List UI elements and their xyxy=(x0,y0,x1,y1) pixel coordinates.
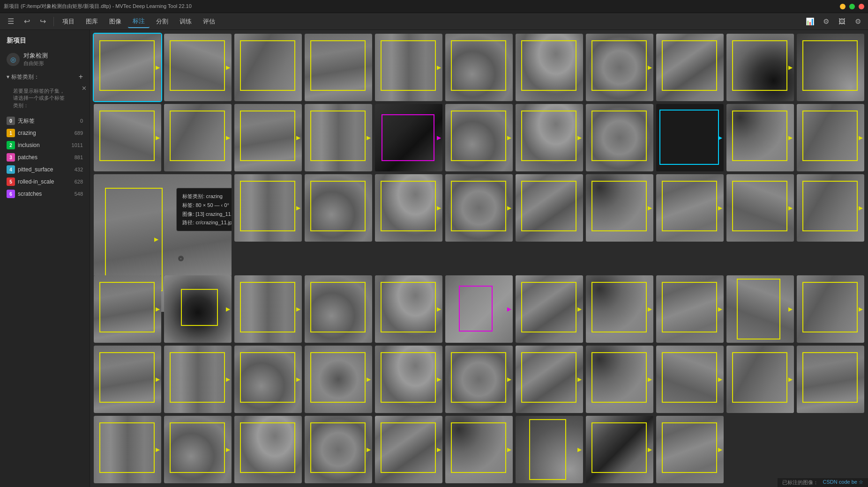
grid-cell-20[interactable]: ▶ xyxy=(726,104,794,171)
grid-cell-42[interactable]: ▶ xyxy=(797,275,864,343)
label-item-1[interactable]: 1 crazing 689 xyxy=(2,127,88,139)
grid-cell-7[interactable]: ▶ xyxy=(586,34,653,101)
sidebar-collapse-dot[interactable]: · xyxy=(178,256,184,261)
grid-cell-62[interactable]: ▶ xyxy=(656,416,724,483)
grid-cell-44[interactable]: ▶ xyxy=(164,346,232,413)
grid-cell-6[interactable] xyxy=(516,34,583,101)
label-section-header[interactable]: ▾ 标签类别： + xyxy=(0,70,90,84)
grid-cell-55[interactable]: ▶ xyxy=(164,416,232,483)
grid-cell-27[interactable] xyxy=(516,174,583,242)
menu-annotate[interactable]: 标注 xyxy=(128,15,150,28)
menu-image[interactable]: 图像 xyxy=(105,15,126,28)
menu-evaluate[interactable]: 评估 xyxy=(198,15,220,28)
grid-cell-41[interactable]: ▶ xyxy=(726,275,794,343)
grid-cell-1[interactable]: ▶ xyxy=(164,34,232,101)
label-item-5[interactable]: 5 rolled-in_scale 628 xyxy=(2,176,88,187)
grid-cell-37[interactable]: ▶ xyxy=(445,275,513,343)
grid-cell-3[interactable] xyxy=(305,34,372,101)
grid-cell-54[interactable]: ▶ xyxy=(94,416,161,483)
grid-cell-25[interactable]: ▶ xyxy=(375,174,442,242)
grid-cell-52[interactable]: ▶ xyxy=(726,346,794,413)
label-item-2[interactable]: 2 inclusion 1011 xyxy=(2,140,88,151)
grid-cell-56[interactable] xyxy=(234,416,302,483)
grid-cell-58[interactable]: ▶ xyxy=(375,416,442,483)
menu-project[interactable]: 项目 xyxy=(58,15,79,28)
grid-cell-16[interactable]: ▶ xyxy=(445,104,513,171)
redo-icon[interactable]: ↪ xyxy=(36,15,50,29)
grid-cell-39[interactable]: ▶ xyxy=(586,275,653,343)
grid-cell-23[interactable]: ▶ xyxy=(234,174,302,242)
label-item-3[interactable]: 3 patches 881 xyxy=(2,152,88,163)
grid-cell-53[interactable] xyxy=(797,346,864,413)
chart-icon[interactable]: 📊 xyxy=(803,15,816,28)
grid-cell-43[interactable]: ▶ xyxy=(94,346,161,413)
grid-cell-8[interactable] xyxy=(656,34,724,101)
filter-icon[interactable]: ⚙ xyxy=(819,15,832,28)
window-controls xyxy=(840,4,864,9)
minimize-button[interactable] xyxy=(840,4,846,9)
grid-cell-35[interactable] xyxy=(305,275,372,343)
label-helper-text: 若要显示标签的子集，请选择一个或多个标签类别： xyxy=(7,86,75,112)
grid-cell-2[interactable] xyxy=(234,34,302,101)
grid-cell-48[interactable]: ▶ xyxy=(445,346,513,413)
undo-icon[interactable]: ↩ xyxy=(20,15,34,29)
grid-cell-31[interactable]: ▶ xyxy=(797,174,864,242)
grid-cell-33[interactable]: ▶ xyxy=(164,275,232,343)
grid-cell-19[interactable]: ▶ xyxy=(656,104,724,171)
grid-cell-38[interactable]: ▶ xyxy=(516,275,583,343)
label-list: 0 无标签 0 1 crazing 689 2 inclusion 1011 3… xyxy=(0,115,90,200)
separator-1 xyxy=(53,17,54,26)
grid-cell-13[interactable]: ▶ xyxy=(234,104,302,171)
grid-cell-11[interactable]: ▶ xyxy=(94,104,161,171)
label-section-title: 标签类别： xyxy=(11,73,39,81)
label-count-4: 432 xyxy=(75,167,83,172)
grid-cell-45[interactable]: ▶ xyxy=(234,346,302,413)
grid-cell-57[interactable]: ▶ xyxy=(305,416,372,483)
menu-library[interactable]: 图库 xyxy=(81,15,103,28)
add-label-icon[interactable]: + xyxy=(79,73,83,81)
grid-cell-12[interactable]: ▶ xyxy=(164,104,232,171)
grid-cell-34[interactable]: ▶ xyxy=(234,275,302,343)
grid-cell-29[interactable]: ▶ xyxy=(656,174,724,242)
close-button[interactable] xyxy=(859,4,864,9)
grid-cell-51[interactable]: ▶ xyxy=(656,346,724,413)
grid-cell-28[interactable]: ▶ xyxy=(586,174,653,242)
grid-cell-40[interactable]: ▶ xyxy=(656,275,724,343)
grid-cell-59[interactable]: ▶ xyxy=(445,416,513,483)
grid-cell-4[interactable]: ▶ xyxy=(375,34,442,101)
grid-cell-17[interactable]: ▶ xyxy=(516,104,583,171)
label-name-5: rolled-in_scale xyxy=(18,178,73,185)
grid-cell-61[interactable]: ▶ xyxy=(586,416,653,483)
menu-train[interactable]: 训练 xyxy=(175,15,196,28)
grid-cell-5[interactable] xyxy=(445,34,513,101)
label-item-0[interactable]: 0 无标签 0 xyxy=(2,115,88,126)
grid-cell-0[interactable]: ▶ xyxy=(94,34,161,101)
settings-icon[interactable]: ⚙ xyxy=(851,15,864,28)
menu-hamburger-icon[interactable]: ☰ xyxy=(4,15,18,29)
grid-cell-49[interactable]: ▶ xyxy=(516,346,583,413)
grid-cell-21[interactable]: ▶ xyxy=(797,104,864,171)
label-index-2: 2 xyxy=(7,141,15,149)
grid-cell-46[interactable]: ▶ xyxy=(305,346,372,413)
grid-cell-30[interactable]: ▶ xyxy=(726,174,794,242)
grid-cell-26[interactable]: ▶ xyxy=(445,174,513,242)
grid-cell-36[interactable]: ▶ xyxy=(375,275,442,343)
grid-cell-50[interactable]: ▶ xyxy=(586,346,653,413)
grid-cell-10[interactable] xyxy=(797,34,864,101)
label-helper-close[interactable]: ✕ xyxy=(82,85,87,92)
maximize-button[interactable] xyxy=(849,4,855,9)
label-item-6[interactable]: 6 scratches 548 xyxy=(2,188,88,199)
image-view-icon[interactable]: 🖼 xyxy=(835,15,848,28)
grid-cell-47[interactable]: ▶ xyxy=(375,346,442,413)
grid-cell-9[interactable]: ▶ xyxy=(726,34,794,101)
grid-cell-15[interactable]: ▶ xyxy=(375,104,442,171)
label-item-4[interactable]: 4 pitted_surface 432 xyxy=(2,164,88,175)
grid-cell-32[interactable]: ▶ xyxy=(94,275,161,343)
status-links[interactable]: CSDN code be ☆ xyxy=(823,479,863,486)
label-count-3: 881 xyxy=(75,155,83,160)
grid-cell-60[interactable]: ▶ xyxy=(516,416,583,483)
grid-cell-14[interactable]: ▶ xyxy=(305,104,372,171)
menu-segment[interactable]: 分割 xyxy=(151,15,173,28)
grid-cell-18[interactable] xyxy=(586,104,653,171)
grid-cell-24[interactable] xyxy=(305,174,372,242)
